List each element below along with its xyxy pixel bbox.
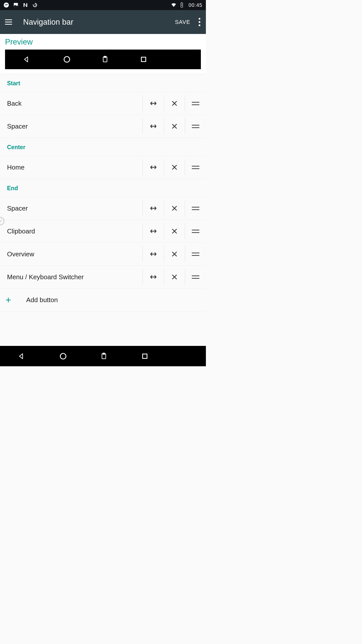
preview-navbar — [5, 50, 201, 69]
item-label: Menu / Keyboard Switcher — [7, 273, 143, 281]
delete-icon[interactable] — [164, 159, 185, 175]
width-icon[interactable] — [143, 223, 164, 239]
delete-icon[interactable] — [164, 95, 185, 111]
item-label: Overview — [7, 250, 143, 258]
drag-handle-icon[interactable] — [185, 200, 206, 216]
app-bar: Navigation bar SAVE — [0, 10, 206, 34]
width-icon[interactable] — [143, 246, 164, 262]
drag-handle-icon[interactable] — [185, 159, 206, 175]
drag-handle-icon[interactable] — [185, 269, 206, 285]
width-icon[interactable] — [143, 269, 164, 285]
preview-back-icon — [5, 56, 48, 63]
section-header-center: Center — [0, 138, 206, 156]
list-item[interactable]: Back — [0, 92, 206, 115]
page-title: Navigation bar — [23, 18, 175, 27]
save-button[interactable]: SAVE — [175, 19, 190, 25]
android-n-icon — [23, 2, 28, 8]
wifi-icon — [171, 2, 176, 8]
delete-icon[interactable] — [164, 246, 185, 262]
nav-overview-icon[interactable] — [124, 352, 165, 360]
drag-handle-icon[interactable] — [185, 95, 206, 111]
status-time: 00:45 — [189, 2, 202, 8]
width-icon[interactable] — [143, 118, 164, 134]
width-icon[interactable] — [143, 159, 164, 175]
delete-icon[interactable] — [164, 118, 185, 134]
add-button-label: Add button — [26, 296, 58, 304]
preview-label: Preview — [5, 37, 201, 47]
battery-charging-icon — [179, 2, 185, 8]
drag-handle-icon[interactable] — [185, 223, 206, 239]
button-list: Start Back Spacer Center Home End Spacer… — [0, 74, 206, 346]
list-item[interactable]: Spacer — [0, 115, 206, 138]
item-label: Back — [7, 100, 143, 107]
preview-overview-icon — [124, 56, 163, 63]
svg-point-8 — [60, 353, 66, 359]
messenger-icon — [4, 2, 9, 8]
drag-handle-icon[interactable] — [185, 118, 206, 134]
list-item[interactable]: Spacer — [0, 197, 206, 220]
preview-home-icon — [48, 56, 86, 63]
item-label: Home — [7, 164, 143, 171]
svg-rect-6 — [104, 56, 106, 58]
list-item[interactable]: Menu / Keyboard Switcher — [0, 266, 206, 289]
status-bar: 00:45 — [0, 0, 206, 10]
list-item[interactable]: Home — [0, 156, 206, 179]
svg-rect-10 — [103, 353, 105, 354]
svg-rect-11 — [143, 354, 147, 358]
system-nav-bar — [0, 346, 206, 366]
list-item[interactable]: Overview — [0, 243, 206, 266]
delete-icon[interactable] — [164, 200, 185, 216]
overflow-menu-icon[interactable] — [197, 18, 202, 26]
item-label: Clipboard — [7, 227, 143, 235]
item-label: Spacer — [7, 205, 143, 212]
plus-icon: + — [6, 295, 11, 305]
photos-icon — [13, 2, 19, 8]
preview-clipboard-icon — [86, 56, 124, 63]
item-label: Spacer — [7, 123, 143, 130]
drag-handle-icon[interactable] — [185, 246, 206, 262]
svg-rect-7 — [141, 57, 146, 62]
nav-clipboard-icon[interactable] — [83, 352, 124, 360]
delete-icon[interactable] — [164, 269, 185, 285]
svg-rect-3 — [181, 3, 182, 3]
width-icon[interactable] — [143, 95, 164, 111]
section-header-start: Start — [0, 74, 206, 92]
menu-icon[interactable] — [5, 18, 14, 27]
add-button-row[interactable]: + Add button — [0, 289, 206, 311]
section-header-end: End — [0, 179, 206, 197]
delete-icon[interactable] — [164, 223, 185, 239]
width-icon[interactable] — [143, 200, 164, 216]
preview-section: Preview — [0, 34, 206, 74]
nav-back-icon[interactable] — [0, 352, 43, 360]
svg-point-4 — [64, 57, 70, 62]
list-item[interactable]: Clipboard — [0, 220, 206, 243]
history-icon — [32, 2, 38, 8]
nav-home-icon[interactable] — [43, 352, 83, 360]
